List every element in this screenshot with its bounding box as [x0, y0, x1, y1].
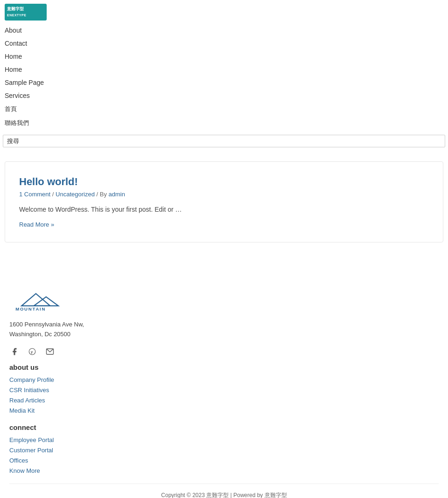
- connect-links-list: Employee Portal Customer Portal Offices …: [9, 436, 439, 474]
- about-link-articles[interactable]: Read Articles: [9, 396, 439, 404]
- post-card: Hello world! 1 Comment / Uncategorized /…: [5, 161, 443, 242]
- logo-svg: 意難字型 ENEXTYPE: [5, 4, 47, 21]
- post-title-link[interactable]: Hello world!: [19, 176, 78, 187]
- main-content: Hello world! 1 Comment / Uncategorized /…: [0, 152, 448, 261]
- footer-social: y: [9, 346, 439, 357]
- meta-by: / By: [97, 191, 109, 198]
- connect-title: connect: [9, 423, 439, 431]
- connect-link-know-more[interactable]: Know More: [9, 467, 439, 474]
- nav-link-about[interactable]: About: [0, 24, 448, 37]
- connect-link-employee[interactable]: Employee Portal: [9, 436, 439, 443]
- nav-item-jp1[interactable]: 首頁: [0, 102, 448, 116]
- about-link-csr[interactable]: CSR Initiatives: [9, 386, 439, 394]
- mountain-svg: MOUNTAIN: [9, 289, 75, 312]
- about-link-media[interactable]: Media Kit: [9, 407, 439, 414]
- svg-marker-4: [34, 297, 59, 306]
- post-meta: 1 Comment / Uncategorized / By admin: [19, 191, 429, 198]
- category-link[interactable]: Uncategorized: [56, 191, 95, 198]
- nav-link-contact[interactable]: Contact: [0, 37, 448, 50]
- address-line2: Washington, Dc 20500: [9, 330, 439, 339]
- email-icon[interactable]: [45, 346, 55, 357]
- facebook-icon[interactable]: [9, 346, 20, 357]
- comment-count-link[interactable]: 1 Comment: [19, 191, 50, 198]
- nav-link-jp2[interactable]: 聯絡我們: [0, 116, 448, 130]
- nav-item-contact[interactable]: Contact: [0, 37, 448, 50]
- svg-text:意難字型: 意難字型: [7, 6, 24, 11]
- nav-item-home1[interactable]: Home: [0, 50, 448, 63]
- author-link[interactable]: admin: [109, 191, 125, 198]
- connect-link-customer[interactable]: Customer Portal: [9, 446, 439, 454]
- main-nav: About Contact Home Home Sample Page Serv…: [0, 24, 448, 130]
- nav-item-home2[interactable]: Home: [0, 63, 448, 76]
- read-more-link[interactable]: Read More »: [19, 221, 54, 228]
- svg-text:MOUNTAIN: MOUNTAIN: [15, 306, 46, 311]
- nav-link-home1[interactable]: Home: [0, 50, 448, 63]
- about-link-company[interactable]: Company Profile: [9, 376, 439, 383]
- svg-text:y: y: [31, 350, 33, 354]
- about-us-title: about us: [9, 363, 439, 371]
- post-title: Hello world!: [19, 176, 429, 188]
- search-input[interactable]: [7, 138, 441, 145]
- mountain-logo: MOUNTAIN: [9, 289, 439, 312]
- nav-list: About Contact Home Home Sample Page Serv…: [0, 24, 448, 130]
- nav-link-services[interactable]: Services: [0, 89, 448, 102]
- site-logo[interactable]: 意難字型 ENEXTYPE: [0, 0, 448, 24]
- meta-separator: /: [52, 191, 56, 198]
- address-line1: 1600 Pennsylvania Ave Nw,: [9, 320, 439, 330]
- svg-text:ENEXTYPE: ENEXTYPE: [7, 14, 26, 17]
- nav-item-about[interactable]: About: [0, 24, 448, 37]
- nav-link-home2[interactable]: Home: [0, 63, 448, 76]
- footer-address: 1600 Pennsylvania Ave Nw, Washington, Dc…: [9, 320, 439, 339]
- nav-item-services[interactable]: Services: [0, 89, 448, 102]
- yelp-icon[interactable]: y: [27, 346, 37, 357]
- footer-logo: MOUNTAIN: [9, 289, 439, 312]
- site-footer: MOUNTAIN 1600 Pennsylvania Ave Nw, Washi…: [0, 270, 448, 498]
- nav-item-jp2[interactable]: 聯絡我們: [0, 116, 448, 130]
- site-header: 意難字型 ENEXTYPE About Contact Home Home Sa…: [0, 0, 448, 147]
- nav-link-jp1[interactable]: 首頁: [0, 102, 448, 116]
- nav-item-sample[interactable]: Sample Page: [0, 76, 448, 89]
- post-excerpt: Welcome to WordPress. This is your first…: [19, 204, 429, 214]
- about-links-list: Company Profile CSR Initiatives Read Art…: [9, 376, 439, 414]
- connect-link-offices[interactable]: Offices: [9, 456, 439, 464]
- search-bar[interactable]: [3, 135, 445, 147]
- footer-copyright: Copyright © 2023 意難字型 | Powered by 意難字型: [9, 484, 439, 498]
- nav-link-sample[interactable]: Sample Page: [0, 76, 448, 89]
